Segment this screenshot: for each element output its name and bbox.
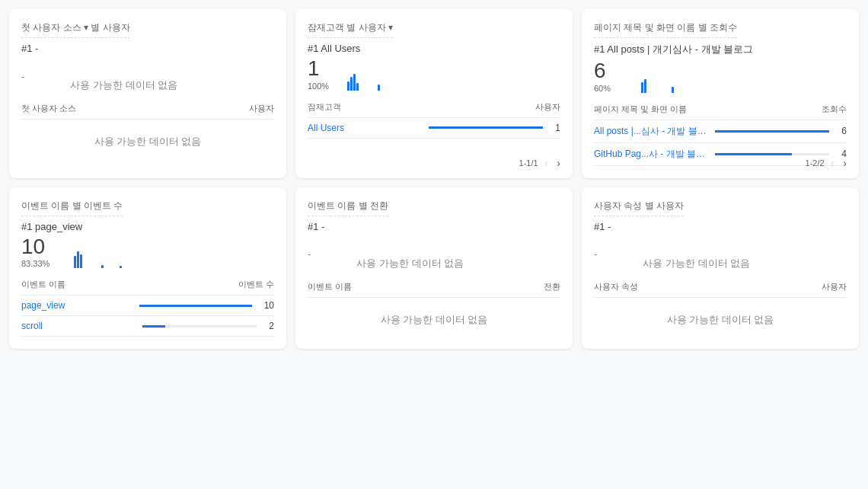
table-row-eventcount-1[interactable]: scroll 2 <box>21 316 274 337</box>
card-percent-pageviews: 60% <box>594 84 611 93</box>
value-chart-row-audience: 1 100% <box>308 56 560 91</box>
row-label-eventcount-0: page_view <box>21 300 133 311</box>
sparkline-pageviews <box>617 69 847 93</box>
card-title-audience: 잠재고객 별 사용자 ▾ <box>308 21 393 38</box>
table-no-data-6: 사용 가능한 데이터 없음 <box>594 313 847 327</box>
dash-5: - <box>308 248 311 260</box>
card-percent-eventcount: 83.33% <box>21 259 49 268</box>
pagination-prev-pageviews[interactable]: ‹ <box>828 155 838 171</box>
card-rank-eventcount: #1 page_view <box>21 221 274 232</box>
row-bar-eventcount-0 <box>139 305 251 307</box>
table-col-left-pageviews: 페이지 제목 및 화면 이름 <box>594 104 687 115</box>
table-row-eventcount-0[interactable]: page_view 10 <box>21 296 274 316</box>
card-title-pageviews: 페이지 제목 및 화면 이름 별 조회수 <box>594 21 737 38</box>
table-col-left-userprops: 사용자 속성 <box>594 281 638 292</box>
row-bar-audience-0 <box>429 126 544 129</box>
no-data-5: 사용 가능한 데이터 없음 <box>356 257 464 270</box>
row-value-pageviews-0: 6 <box>841 126 847 136</box>
value-chart-row-eventcount: 10 83.33% <box>21 234 274 269</box>
row-label-pageviews-0: All posts |...심사 - 개발 블로그 <box>594 125 709 138</box>
pagination-pageviews: 1-2/2 ‹ › <box>806 155 850 171</box>
table-col-left-audience: 잠재고객 <box>308 101 341 113</box>
card-page-views: 페이지 제목 및 화면 이름 별 조회수 #1 All posts | 개기심사… <box>582 9 859 178</box>
sparkline-eventcount <box>56 244 274 268</box>
card-title-eventconv: 이벤트 이름 별 전환 <box>308 200 388 216</box>
card-rank-pageviews: #1 All posts | 개기심사 - 개발 블로그 <box>594 43 847 56</box>
table-col-left-eventcount: 이벤트 이름 <box>21 279 65 290</box>
table-header-audience: 잠재고객 사용자 <box>308 97 560 118</box>
card-value-audience: 1 <box>308 56 329 82</box>
row-bar-pageviews-0 <box>715 130 830 133</box>
pagination-text-pageviews: 1-2/2 <box>806 158 825 168</box>
row-value-audience-0: 1 <box>555 123 560 133</box>
dashboard-grid: 첫 사용자 소스 ▾ 별 사용자 #1 - - 사용 가능한 데이터 없음 첫 … <box>0 0 868 358</box>
table-col-left-1: 첫 사용자 소스 <box>21 103 76 114</box>
table-header-eventconv: 이벤트 이름 전환 <box>308 276 560 298</box>
card-event-count: 이벤트 이름 별 이벤트 수 #1 page_view 10 83.33% <box>9 187 286 350</box>
card-event-conversion: 이벤트 이름 별 전환 #1 - - 사용 가능한 데이터 없음 이벤트 이름 … <box>295 187 573 350</box>
table-col-right-1: 사용자 <box>249 103 274 114</box>
table-col-right-eventconv: 전환 <box>544 281 560 292</box>
dash-1: - <box>21 71 24 82</box>
row-label-eventcount-1: scroll <box>21 321 136 331</box>
table-row-audience-0[interactable]: All Users 1 <box>308 118 560 139</box>
no-data-6: 사용 가능한 데이터 없음 <box>643 257 750 270</box>
table-row-pageviews-0[interactable]: All posts |...심사 - 개발 블로그 6 <box>594 120 847 143</box>
card-rank-first-user-source: #1 - <box>21 43 274 54</box>
pagination-text-audience: 1-1/1 <box>519 158 538 168</box>
row-value-eventcount-0: 10 <box>264 300 274 311</box>
card-value-eventcount: 10 <box>21 234 49 260</box>
row-value-eventcount-1: 2 <box>269 321 274 331</box>
dash-6: - <box>594 248 597 260</box>
table-header-1: 첫 사용자 소스 사용자 <box>21 98 274 120</box>
card-percent-audience: 100% <box>308 82 329 91</box>
card-rank-eventconv: #1 - <box>308 221 560 232</box>
table-col-right-audience: 사용자 <box>535 101 560 113</box>
pagination-next-audience[interactable]: › <box>554 155 563 171</box>
row-label-pageviews-1: GitHub Pag...사 - 개발 블로그 <box>594 148 709 161</box>
table-col-left-eventconv: 이벤트 이름 <box>308 281 352 292</box>
sparkline-audience <box>335 66 560 91</box>
card-audience-users: 잠재고객 별 사용자 ▾ #1 All Users 1 100% <box>295 9 573 178</box>
no-data-1: 사용 가능한 데이터 없음 <box>70 78 177 92</box>
card-first-user-source: 첫 사용자 소스 ▾ 별 사용자 #1 - - 사용 가능한 데이터 없음 첫 … <box>9 9 286 178</box>
table-no-data-1: 사용 가능한 데이터 없음 <box>21 135 274 149</box>
card-value-pageviews: 6 <box>594 58 611 84</box>
table-no-data-5: 사용 가능한 데이터 없음 <box>308 313 560 327</box>
card-rank-userprops: #1 - <box>594 221 847 232</box>
pagination-next-pageviews[interactable]: › <box>840 155 850 171</box>
table-col-right-eventcount: 이벤트 수 <box>238 279 274 290</box>
pagination-audience: 1-1/1 ‹ › <box>519 155 563 171</box>
table-header-userprops: 사용자 속성 사용자 <box>594 276 847 298</box>
value-chart-row-pageviews: 6 60% <box>594 58 847 93</box>
row-bar-eventcount-1 <box>142 325 257 328</box>
card-title-eventcount: 이벤트 이름 별 이벤트 수 <box>21 200 123 216</box>
table-header-pageviews: 페이지 제목 및 화면 이름 조회수 <box>594 99 847 120</box>
table-header-eventcount: 이벤트 이름 이벤트 수 <box>21 274 274 296</box>
row-label-audience-0: All Users <box>308 123 423 133</box>
pagination-prev-audience[interactable]: ‹ <box>541 155 551 171</box>
card-user-properties: 사용자 속성 별 사용자 #1 - - 사용 가능한 데이터 없음 사용자 속성… <box>582 187 859 350</box>
table-col-right-userprops: 사용자 <box>822 281 847 292</box>
card-title-first-user-source: 첫 사용자 소스 ▾ 별 사용자 <box>21 21 130 38</box>
table-col-right-pageviews: 조회수 <box>822 104 847 115</box>
card-title-userprops: 사용자 속성 별 사용자 <box>594 200 684 216</box>
card-rank-audience: #1 All Users <box>308 43 560 54</box>
